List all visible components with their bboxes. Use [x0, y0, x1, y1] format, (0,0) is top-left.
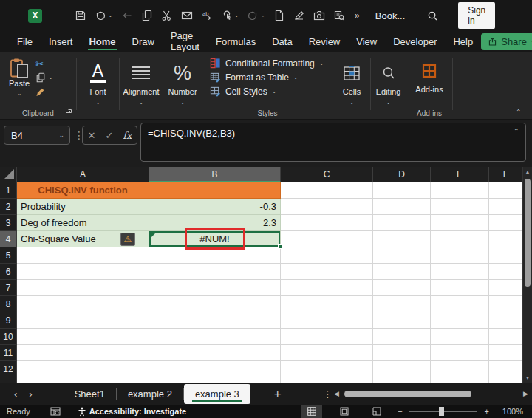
column-header-D[interactable]: D — [373, 167, 431, 182]
row-header-4[interactable]: 4 — [0, 231, 17, 247]
cell-D11[interactable] — [373, 345, 431, 361]
cell-C12[interactable] — [281, 361, 373, 377]
menu-view[interactable]: View — [348, 31, 385, 52]
cell-E2[interactable] — [431, 199, 489, 215]
cell-E9[interactable] — [431, 312, 489, 329]
error-warning-icon[interactable]: ⚠ — [120, 233, 135, 246]
cell-D9[interactable] — [373, 312, 431, 329]
page-break-preview-button[interactable] — [366, 405, 387, 418]
menu-review[interactable]: Review — [301, 31, 349, 52]
cells-group-button[interactable]: Cells ⌄ — [333, 52, 370, 119]
copy-button[interactable]: ⌄ — [35, 72, 53, 83]
maximize-button[interactable] — [528, 10, 532, 22]
formula-bar-collapse-icon[interactable]: ⌄ — [514, 127, 519, 134]
row-header-10[interactable]: 10 — [0, 329, 17, 345]
enter-icon[interactable]: ✓ — [105, 130, 113, 141]
row-header-11[interactable]: 11 — [0, 345, 17, 361]
cell-F12[interactable] — [489, 361, 523, 377]
font-group-button[interactable]: A Font ⌄ — [77, 52, 119, 119]
cancel-icon[interactable]: ✕ — [88, 130, 96, 141]
replace-icon[interactable]: ab — [201, 10, 213, 21]
row-header-6[interactable]: 6 — [0, 264, 17, 280]
cell-E10[interactable] — [431, 329, 489, 345]
cell-E4[interactable] — [431, 231, 489, 247]
cell-A7[interactable] — [17, 280, 149, 296]
cell-D12[interactable] — [373, 361, 431, 377]
row-header-2[interactable]: 2 — [0, 199, 17, 215]
sheet-options-icon[interactable]: ⋮ — [323, 388, 332, 400]
cell-C1[interactable] — [281, 182, 373, 199]
sheet-tab-example-2[interactable]: example 2 — [117, 383, 183, 405]
macro-record-icon[interactable] — [50, 407, 61, 416]
cell-B12[interactable] — [149, 361, 281, 377]
cell-D1[interactable] — [373, 182, 431, 199]
menu-page-layout[interactable]: Page Layout — [163, 31, 208, 52]
column-header-F[interactable]: F — [489, 167, 523, 182]
menu-data[interactable]: Data — [264, 31, 300, 52]
save-icon[interactable] — [75, 10, 86, 21]
menu-help[interactable]: Help — [445, 31, 481, 52]
cell-F13[interactable] — [489, 377, 523, 383]
cell-C4[interactable] — [281, 231, 373, 247]
addins-button[interactable]: Add-ins Add-ins — [406, 52, 452, 119]
scroll-left-icon[interactable]: ◀ — [334, 391, 339, 397]
cell-B9[interactable] — [149, 312, 281, 329]
cell-A8[interactable] — [17, 296, 149, 312]
cell-B13[interactable] — [149, 377, 281, 383]
undo-icon[interactable]: ⌄ — [95, 10, 113, 21]
cell-D10[interactable] — [373, 329, 431, 345]
cell-B1[interactable] — [149, 182, 281, 199]
cell-F2[interactable] — [489, 199, 523, 215]
sheet-tab-sheet1[interactable]: Sheet1 — [64, 383, 116, 405]
name-box-chevron-icon[interactable]: ⌄ — [58, 132, 64, 139]
camera-icon[interactable] — [313, 10, 325, 21]
cell-C2[interactable] — [281, 199, 373, 215]
cell-C13[interactable] — [281, 377, 373, 383]
cell-A4[interactable]: Chi-Square Value⚠ — [17, 231, 149, 247]
row-header-7[interactable]: 7 — [0, 280, 17, 296]
zoom-out-button[interactable]: − — [398, 407, 402, 416]
cell-E8[interactable] — [431, 296, 489, 312]
select-all-corner[interactable] — [0, 167, 17, 182]
scroll-down-icon[interactable]: ▼ — [523, 375, 532, 380]
cell-A5[interactable] — [17, 247, 149, 264]
row-header-12[interactable]: 12 — [0, 361, 17, 377]
minimize-button[interactable]: — — [495, 10, 528, 22]
cell-B10[interactable] — [149, 329, 281, 345]
share-button[interactable]: Share ⌄ — [481, 33, 532, 50]
column-header-E[interactable]: E — [431, 167, 489, 182]
zoom-in-button[interactable]: + — [485, 407, 489, 416]
name-box[interactable]: B4 ⌄ — [4, 126, 70, 145]
cell-F11[interactable] — [489, 345, 523, 361]
cell-A2[interactable]: Probability — [17, 199, 149, 215]
cell-E7[interactable] — [431, 280, 489, 296]
cell-A11[interactable] — [17, 345, 149, 361]
copy-icon[interactable] — [141, 10, 153, 21]
cell-E12[interactable] — [431, 361, 489, 377]
row-header-9[interactable]: 9 — [0, 312, 17, 329]
cell-C10[interactable] — [281, 329, 373, 345]
menu-home[interactable]: Home — [81, 31, 123, 52]
cell-E13[interactable] — [431, 377, 489, 383]
touch-icon[interactable]: ⌄ — [221, 10, 239, 21]
horizontal-scrollbar[interactable]: ◀ ▶ — [334, 389, 528, 400]
cell-B8[interactable] — [149, 296, 281, 312]
cell-B6[interactable] — [149, 264, 281, 280]
cell-D7[interactable] — [373, 280, 431, 296]
cell-D8[interactable] — [373, 296, 431, 312]
cell-E1[interactable] — [431, 182, 489, 199]
cell-F7[interactable] — [489, 280, 523, 296]
cell-F10[interactable] — [489, 329, 523, 345]
cell-D2[interactable] — [373, 199, 431, 215]
format-as-table-button[interactable]: Format as Table⌄ — [210, 72, 330, 83]
vertical-scrollbar-thumb[interactable] — [525, 179, 531, 287]
cell-F5[interactable] — [489, 247, 523, 264]
alignment-group-button[interactable]: Alignment ⌄ — [120, 52, 163, 119]
pen-icon[interactable] — [293, 10, 305, 21]
prev-sheet-icon[interactable]: ‹ — [14, 389, 17, 399]
zoom-slider[interactable] — [409, 411, 477, 412]
cell-A10[interactable] — [17, 329, 149, 345]
menu-file[interactable]: File — [9, 31, 41, 52]
redo-icon[interactable]: ⌄ — [247, 10, 265, 21]
cell-B2[interactable]: -0.3 — [149, 199, 281, 215]
